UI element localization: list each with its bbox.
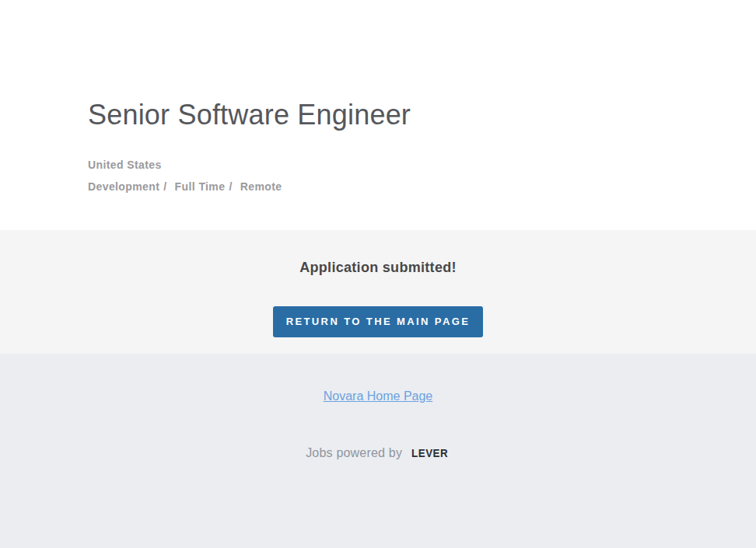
posting-header: Senior Software Engineer United States D…: [0, 0, 756, 230]
application-submitted-message: Application submitted!: [0, 258, 756, 277]
category-department: Development: [88, 180, 159, 193]
page-footer: Novara Home Page Jobs powered byLEVER: [0, 354, 756, 548]
category-separator: /: [163, 180, 166, 193]
confirmation-section: Application submitted! RETURN TO THE MAI…: [0, 230, 756, 354]
page-title: Senior Software Engineer: [88, 98, 668, 131]
category-separator: /: [229, 180, 232, 193]
company-home-link[interactable]: Novara Home Page: [324, 388, 433, 405]
return-to-main-page-button[interactable]: RETURN TO THE MAIN PAGE: [273, 306, 484, 337]
powered-by: Jobs powered byLEVER: [0, 445, 756, 461]
posting-header-container: Senior Software Engineer United States D…: [88, 98, 668, 194]
lever-logo[interactable]: LEVER: [411, 445, 448, 461]
category-commitment: Full Time: [175, 180, 226, 193]
posting-categories: Development/Full Time/Remote: [88, 180, 668, 194]
powered-by-label: Jobs powered by: [306, 446, 402, 459]
category-workplace: Remote: [240, 180, 282, 193]
posting-location: United States: [88, 158, 668, 173]
